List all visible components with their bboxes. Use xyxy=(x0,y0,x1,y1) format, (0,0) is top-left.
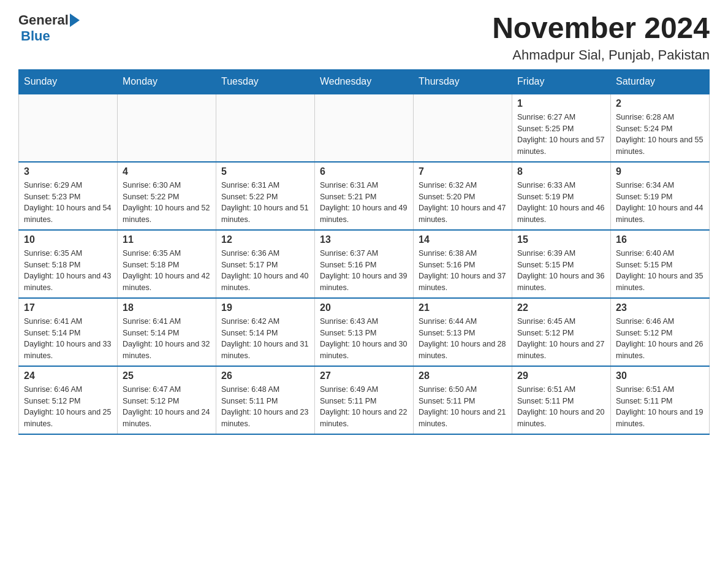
day-number: 14 xyxy=(419,234,507,245)
day-info: Sunrise: 6:39 AM Sunset: 5:15 PM Dayligh… xyxy=(517,248,605,294)
calendar-cell: 26Sunrise: 6:48 AM Sunset: 5:11 PM Dayli… xyxy=(216,366,315,434)
day-info: Sunrise: 6:35 AM Sunset: 5:18 PM Dayligh… xyxy=(123,248,211,294)
calendar-week-row: 3Sunrise: 6:29 AM Sunset: 5:23 PM Daylig… xyxy=(19,162,710,230)
day-info: Sunrise: 6:27 AM Sunset: 5:25 PM Dayligh… xyxy=(517,112,605,158)
logo-chevron-icon xyxy=(70,13,80,27)
calendar-cell: 16Sunrise: 6:40 AM Sunset: 5:15 PM Dayli… xyxy=(611,230,710,298)
day-header-saturday: Saturday xyxy=(611,69,710,94)
calendar-cell: 7Sunrise: 6:32 AM Sunset: 5:20 PM Daylig… xyxy=(414,162,512,230)
day-header-sunday: Sunday xyxy=(19,69,118,94)
calendar-cell: 24Sunrise: 6:46 AM Sunset: 5:12 PM Dayli… xyxy=(19,366,118,434)
day-info: Sunrise: 6:42 AM Sunset: 5:14 PM Dayligh… xyxy=(221,316,309,362)
calendar-cell: 12Sunrise: 6:36 AM Sunset: 5:17 PM Dayli… xyxy=(216,230,315,298)
day-info: Sunrise: 6:51 AM Sunset: 5:11 PM Dayligh… xyxy=(616,384,704,430)
day-info: Sunrise: 6:40 AM Sunset: 5:15 PM Dayligh… xyxy=(616,248,704,294)
day-number: 26 xyxy=(221,370,309,381)
day-info: Sunrise: 6:35 AM Sunset: 5:18 PM Dayligh… xyxy=(24,248,112,294)
day-info: Sunrise: 6:32 AM Sunset: 5:20 PM Dayligh… xyxy=(419,180,507,226)
day-number: 3 xyxy=(24,166,112,177)
logo: General Blue xyxy=(18,12,80,44)
day-number: 13 xyxy=(320,234,408,245)
day-number: 23 xyxy=(616,302,704,313)
day-info: Sunrise: 6:46 AM Sunset: 5:12 PM Dayligh… xyxy=(616,316,704,362)
title-block: November 2024 Ahmadpur Sial, Punjab, Pak… xyxy=(492,12,710,63)
day-number: 20 xyxy=(320,302,408,313)
day-info: Sunrise: 6:37 AM Sunset: 5:16 PM Dayligh… xyxy=(320,248,408,294)
calendar-cell: 10Sunrise: 6:35 AM Sunset: 5:18 PM Dayli… xyxy=(19,230,118,298)
day-info: Sunrise: 6:50 AM Sunset: 5:11 PM Dayligh… xyxy=(419,384,507,430)
calendar-week-row: 17Sunrise: 6:41 AM Sunset: 5:14 PM Dayli… xyxy=(19,298,710,366)
day-info: Sunrise: 6:48 AM Sunset: 5:11 PM Dayligh… xyxy=(221,384,309,430)
calendar-cell: 29Sunrise: 6:51 AM Sunset: 5:11 PM Dayli… xyxy=(512,366,611,434)
calendar-cell: 8Sunrise: 6:33 AM Sunset: 5:19 PM Daylig… xyxy=(512,162,611,230)
day-info: Sunrise: 6:31 AM Sunset: 5:21 PM Dayligh… xyxy=(320,180,408,226)
calendar-week-row: 10Sunrise: 6:35 AM Sunset: 5:18 PM Dayli… xyxy=(19,230,710,298)
calendar-cell: 19Sunrise: 6:42 AM Sunset: 5:14 PM Dayli… xyxy=(216,298,315,366)
day-number: 12 xyxy=(221,234,309,245)
calendar-week-row: 1Sunrise: 6:27 AM Sunset: 5:25 PM Daylig… xyxy=(19,94,710,162)
day-number: 7 xyxy=(419,166,507,177)
calendar-cell: 21Sunrise: 6:44 AM Sunset: 5:13 PM Dayli… xyxy=(414,298,512,366)
day-number: 2 xyxy=(616,98,704,109)
day-info: Sunrise: 6:36 AM Sunset: 5:17 PM Dayligh… xyxy=(221,248,309,294)
day-info: Sunrise: 6:29 AM Sunset: 5:23 PM Dayligh… xyxy=(24,180,112,226)
day-header-wednesday: Wednesday xyxy=(315,69,414,94)
day-number: 9 xyxy=(616,166,704,177)
calendar-cell: 18Sunrise: 6:41 AM Sunset: 5:14 PM Dayli… xyxy=(118,298,216,366)
calendar-cell: 15Sunrise: 6:39 AM Sunset: 5:15 PM Dayli… xyxy=(512,230,611,298)
calendar-cell: 4Sunrise: 6:30 AM Sunset: 5:22 PM Daylig… xyxy=(118,162,216,230)
day-number: 15 xyxy=(517,234,605,245)
day-info: Sunrise: 6:47 AM Sunset: 5:12 PM Dayligh… xyxy=(123,384,211,430)
day-number: 11 xyxy=(123,234,211,245)
day-info: Sunrise: 6:31 AM Sunset: 5:22 PM Dayligh… xyxy=(221,180,309,226)
day-info: Sunrise: 6:28 AM Sunset: 5:24 PM Dayligh… xyxy=(616,112,704,158)
day-header-thursday: Thursday xyxy=(414,69,512,94)
day-header-monday: Monday xyxy=(118,69,216,94)
day-info: Sunrise: 6:44 AM Sunset: 5:13 PM Dayligh… xyxy=(419,316,507,362)
day-number: 4 xyxy=(123,166,211,177)
calendar-week-row: 24Sunrise: 6:46 AM Sunset: 5:12 PM Dayli… xyxy=(19,366,710,434)
day-info: Sunrise: 6:30 AM Sunset: 5:22 PM Dayligh… xyxy=(123,180,211,226)
day-header-tuesday: Tuesday xyxy=(216,69,315,94)
location-title: Ahmadpur Sial, Punjab, Pakistan xyxy=(492,47,710,63)
day-number: 10 xyxy=(24,234,112,245)
day-number: 29 xyxy=(517,370,605,381)
day-header-friday: Friday xyxy=(512,69,611,94)
day-number: 17 xyxy=(24,302,112,313)
day-number: 28 xyxy=(419,370,507,381)
calendar-cell: 17Sunrise: 6:41 AM Sunset: 5:14 PM Dayli… xyxy=(19,298,118,366)
calendar-cell xyxy=(414,94,512,162)
day-number: 5 xyxy=(221,166,309,177)
calendar-cell: 1Sunrise: 6:27 AM Sunset: 5:25 PM Daylig… xyxy=(512,94,611,162)
page-header: General Blue November 2024 Ahmadpur Sial… xyxy=(18,12,710,63)
calendar-header-row: SundayMondayTuesdayWednesdayThursdayFrid… xyxy=(19,69,710,94)
calendar-cell: 5Sunrise: 6:31 AM Sunset: 5:22 PM Daylig… xyxy=(216,162,315,230)
calendar-cell xyxy=(19,94,118,162)
month-year-title: November 2024 xyxy=(492,12,710,45)
day-number: 21 xyxy=(419,302,507,313)
day-info: Sunrise: 6:43 AM Sunset: 5:13 PM Dayligh… xyxy=(320,316,408,362)
calendar-cell: 2Sunrise: 6:28 AM Sunset: 5:24 PM Daylig… xyxy=(611,94,710,162)
calendar-cell: 3Sunrise: 6:29 AM Sunset: 5:23 PM Daylig… xyxy=(19,162,118,230)
day-number: 16 xyxy=(616,234,704,245)
day-number: 19 xyxy=(221,302,309,313)
calendar-cell: 25Sunrise: 6:47 AM Sunset: 5:12 PM Dayli… xyxy=(118,366,216,434)
day-info: Sunrise: 6:51 AM Sunset: 5:11 PM Dayligh… xyxy=(517,384,605,430)
day-info: Sunrise: 6:33 AM Sunset: 5:19 PM Dayligh… xyxy=(517,180,605,226)
calendar-cell xyxy=(216,94,315,162)
calendar-cell: 30Sunrise: 6:51 AM Sunset: 5:11 PM Dayli… xyxy=(611,366,710,434)
day-info: Sunrise: 6:38 AM Sunset: 5:16 PM Dayligh… xyxy=(419,248,507,294)
calendar-cell: 28Sunrise: 6:50 AM Sunset: 5:11 PM Dayli… xyxy=(414,366,512,434)
calendar-cell: 20Sunrise: 6:43 AM Sunset: 5:13 PM Dayli… xyxy=(315,298,414,366)
day-number: 6 xyxy=(320,166,408,177)
day-number: 30 xyxy=(616,370,704,381)
day-info: Sunrise: 6:34 AM Sunset: 5:19 PM Dayligh… xyxy=(616,180,704,226)
calendar-cell: 13Sunrise: 6:37 AM Sunset: 5:16 PM Dayli… xyxy=(315,230,414,298)
day-number: 18 xyxy=(123,302,211,313)
calendar-cell: 27Sunrise: 6:49 AM Sunset: 5:11 PM Dayli… xyxy=(315,366,414,434)
day-info: Sunrise: 6:49 AM Sunset: 5:11 PM Dayligh… xyxy=(320,384,408,430)
day-number: 27 xyxy=(320,370,408,381)
calendar-cell xyxy=(315,94,414,162)
calendar-cell xyxy=(118,94,216,162)
day-number: 8 xyxy=(517,166,605,177)
